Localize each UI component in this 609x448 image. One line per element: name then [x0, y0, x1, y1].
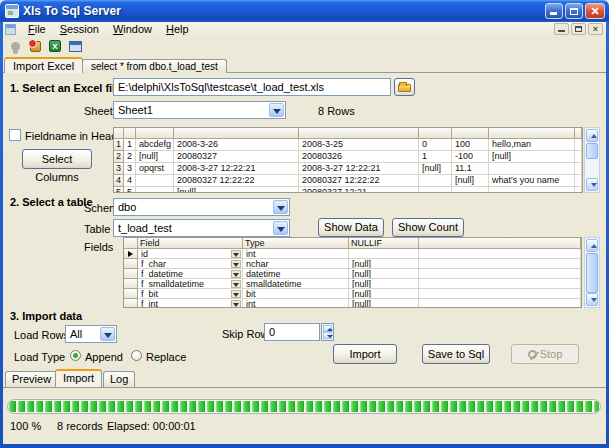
grid-cell[interactable]: 5 [124, 187, 136, 193]
field-cell[interactable]: f_bit [138, 289, 243, 299]
grid-corner-cell[interactable] [114, 128, 124, 139]
save-to-sql-button[interactable]: Save to Sql [422, 344, 490, 364]
field-dropdown-icon[interactable] [231, 280, 241, 288]
tab-preview[interactable]: Preview [5, 371, 58, 387]
grid-cell[interactable]: -100 [452, 151, 489, 163]
type-cell[interactable]: smalldatetime [243, 279, 349, 289]
mdi-close-button[interactable]: × [588, 23, 603, 35]
grid-cell[interactable]: [null] [136, 151, 174, 163]
scrollbar-thumb[interactable] [586, 253, 598, 293]
titlebar[interactable]: Xls To Sql Server ✕ [0, 0, 609, 22]
row-selector-cell[interactable] [124, 259, 138, 269]
excel-file-input[interactable] [113, 78, 391, 96]
row-header-cell[interactable]: 4 [114, 175, 124, 187]
grid-cell[interactable]: opqrst [136, 163, 174, 175]
column-header[interactable] [452, 128, 489, 139]
column-header[interactable] [136, 128, 174, 139]
preview-grid-scrollbar[interactable] [584, 127, 600, 193]
field-dropdown-icon[interactable] [231, 300, 241, 308]
maximize-button[interactable] [565, 3, 583, 19]
tab-import[interactable]: Import [55, 369, 102, 387]
chevron-down-icon[interactable] [269, 103, 284, 117]
stop-button[interactable]: Stop [511, 344, 579, 364]
grid-cell[interactable]: what's you name [489, 175, 575, 187]
mdi-restore-button[interactable] [571, 23, 586, 35]
grid-cell[interactable]: [null] [489, 151, 575, 163]
close-button[interactable]: ✕ [585, 3, 605, 19]
grid-cell[interactable]: 2008-3-27 12:22:21 [299, 163, 419, 175]
grid-cell[interactable]: 20080326 [299, 151, 419, 163]
mdi-child-icon[interactable] [5, 24, 16, 35]
spin-down-icon[interactable] [323, 332, 332, 339]
nullif-cell[interactable] [349, 249, 419, 259]
fields-grid-scrollbar[interactable] [584, 237, 600, 308]
grid-cell[interactable]: 0 [419, 139, 452, 151]
grid-cell[interactable]: abcdefg [136, 139, 174, 151]
row-header-cell[interactable]: 2 [114, 151, 124, 163]
grid-cell[interactable]: 2008-3-26 [174, 139, 299, 151]
grid-cell[interactable]: 2008-3-27 12:22:21 [174, 163, 299, 175]
replace-label[interactable]: Replace [146, 351, 186, 363]
field-cell[interactable]: f_datetime [138, 269, 243, 279]
grid-cell[interactable]: hello,man [489, 139, 575, 151]
grid-cell[interactable]: 100 [452, 139, 489, 151]
grid-cell[interactable]: 20080327 12:22:22 [299, 175, 419, 187]
grid-cell[interactable]: [null] [174, 187, 299, 193]
grid-cell[interactable]: 20080327 12:21 [299, 187, 419, 193]
tab-log[interactable]: Log [103, 371, 135, 387]
column-header[interactable] [299, 128, 419, 139]
column-header-nullif[interactable]: NULLIF [349, 238, 419, 249]
nullif-cell[interactable]: [null] [349, 289, 419, 299]
column-header-type[interactable]: Type [243, 238, 349, 249]
column-header[interactable] [489, 128, 575, 139]
import-excel-button[interactable]: X [47, 38, 63, 54]
field-cell[interactable]: f_char [138, 259, 243, 269]
import-button[interactable]: Import [333, 344, 397, 364]
nullif-cell[interactable]: [null] [349, 269, 419, 279]
fieldname-header-label[interactable]: Fieldname in Header [25, 130, 127, 142]
sheet-combobox[interactable]: Sheet1 [113, 101, 286, 119]
close-session-button[interactable] [27, 38, 43, 54]
row-header-cell[interactable]: 1 [114, 139, 124, 151]
grid-cell[interactable] [489, 187, 575, 193]
replace-radio[interactable] [131, 350, 142, 361]
grid-cell[interactable]: 1 [419, 151, 452, 163]
show-count-button[interactable]: Show Count [392, 218, 464, 237]
load-rows-combobox[interactable]: All [65, 325, 117, 343]
row-header-cell[interactable]: 3 [114, 163, 124, 175]
fieldname-header-checkbox[interactable] [9, 129, 21, 141]
row-selector-cell[interactable] [124, 279, 138, 289]
sql-window-button[interactable] [67, 38, 83, 54]
chevron-down-icon[interactable] [273, 221, 288, 235]
grid-cell[interactable]: [null] [419, 163, 452, 175]
grid-cell[interactable] [489, 163, 575, 175]
menu-file[interactable]: File [21, 22, 53, 36]
show-data-button[interactable]: Show Data [318, 218, 384, 237]
append-radio[interactable] [70, 350, 81, 361]
select-columns-button[interactable]: Select Columns [22, 149, 92, 169]
grid-cell[interactable]: 20080327 12:22:22 [174, 175, 299, 187]
grid-cell[interactable] [136, 175, 174, 187]
skip-rows-stepper[interactable] [321, 323, 334, 341]
menu-help[interactable]: Help [159, 22, 196, 36]
row-selector-cell[interactable] [124, 299, 138, 308]
type-cell[interactable]: int [243, 299, 349, 308]
row-header-cell[interactable]: 5 [114, 187, 124, 193]
scrollbar-thumb[interactable] [586, 143, 598, 159]
grid-cell[interactable]: 2 [124, 151, 136, 163]
menu-window[interactable]: Window [106, 22, 159, 36]
grid-cell[interactable] [419, 187, 452, 193]
field-cell[interactable]: f_smalldatetime [138, 279, 243, 289]
row-selector-cell[interactable] [124, 269, 138, 279]
minimize-button[interactable] [545, 3, 563, 19]
column-header[interactable] [174, 128, 299, 139]
grid-cell[interactable]: 20080327 [174, 151, 299, 163]
spin-up-icon[interactable] [323, 325, 332, 332]
grid-corner-cell[interactable] [124, 238, 138, 249]
type-cell[interactable]: nchar [243, 259, 349, 269]
grid-cell[interactable]: 11.1 [452, 163, 489, 175]
grid-cell[interactable]: [null] [452, 175, 489, 187]
column-header[interactable] [124, 128, 136, 139]
column-header[interactable] [419, 128, 452, 139]
type-cell[interactable]: int [243, 249, 349, 259]
